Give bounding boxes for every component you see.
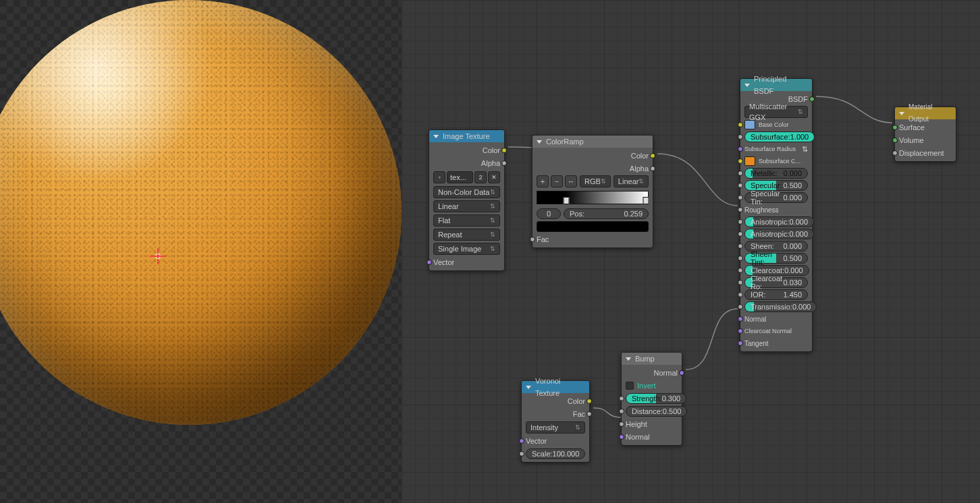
input-socket-ccnormal[interactable]	[738, 328, 743, 334]
metallic-field[interactable]: Metallic:0.000	[744, 168, 808, 179]
input-socket-ior[interactable]	[738, 292, 743, 297]
input-socket-volume[interactable]	[892, 138, 898, 143]
input-socket-sheen[interactable]	[738, 243, 743, 249]
image-datablock[interactable]: ▫ tex... 2 ✕	[433, 171, 500, 184]
anisotropic-field[interactable]: Anisotropic:0.000	[744, 216, 814, 227]
collapse-icon[interactable]	[526, 386, 531, 389]
strength-field[interactable]: Strength:0.300	[626, 393, 686, 404]
ramp-stop[interactable]	[563, 197, 569, 204]
ramp-mode-select[interactable]: Linear⇅	[614, 175, 649, 187]
output-socket-color[interactable]	[587, 398, 592, 404]
node-principled-bsdf[interactable]: Principled BSDF BSDF Multiscatter GGX⇅ B…	[740, 78, 813, 352]
input-socket-ccrough[interactable]	[738, 280, 743, 285]
collapse-icon[interactable]	[626, 357, 631, 361]
collapse-icon[interactable]	[433, 135, 439, 138]
node-title: ColorRamp	[546, 136, 584, 148]
input-socket-scale[interactable]	[519, 451, 524, 456]
output-socket-alpha[interactable]	[650, 166, 655, 171]
input-socket-subradius[interactable]	[738, 146, 743, 152]
viewport-3d[interactable]	[0, 0, 402, 503]
subsurface-field[interactable]: Subsurface:1.000	[744, 131, 815, 142]
node-header[interactable]: ColorRamp	[533, 136, 653, 148]
unlink-icon[interactable]: ✕	[488, 171, 500, 183]
node-colorramp[interactable]: ColorRamp Color Alpha +−↔ RGB⇅ Linear⇅ 0…	[532, 135, 653, 248]
stop-color-swatch[interactable]	[537, 221, 649, 232]
source-select[interactable]: Single Image⇅	[433, 243, 500, 255]
input-socket-vector[interactable]	[427, 260, 432, 265]
input-socket-strength[interactable]	[619, 396, 624, 401]
spectint-field[interactable]: Specular Tin:0.000	[744, 192, 808, 203]
input-socket-displacement[interactable]	[892, 150, 898, 156]
collapse-icon[interactable]	[537, 140, 542, 144]
output-socket-bsdf[interactable]	[809, 96, 815, 102]
input-socket-roughness[interactable]	[738, 207, 743, 212]
distance-field[interactable]: Distance:0.500	[626, 406, 687, 417]
input-socket-normal[interactable]	[619, 434, 624, 440]
input-socket-transmission[interactable]	[738, 304, 743, 309]
collapse-icon[interactable]	[744, 84, 750, 87]
chevron-down-icon: ⇅	[490, 229, 495, 240]
image-icon[interactable]: ▫	[433, 171, 445, 183]
input-socket-surface[interactable]	[892, 125, 898, 130]
subcolor-swatch[interactable]	[744, 156, 755, 166]
transmission-field[interactable]: Transmissio:0.000	[744, 301, 817, 312]
node-material-output[interactable]: Material Output Surface Volume Displacem…	[894, 107, 956, 162]
node-voronoi-texture[interactable]: Voronoi Texture Color Fac Intensity⇅ Vec…	[521, 380, 590, 463]
input-socket-anisotropic[interactable]	[738, 219, 743, 225]
output-socket-normal[interactable]	[679, 370, 684, 376]
input-socket-tangent[interactable]	[738, 341, 743, 346]
ramp-stop[interactable]	[643, 197, 649, 204]
interpolation-select[interactable]: Linear⇅	[433, 200, 500, 212]
node-image-texture[interactable]: Image Texture Color Alpha ▫ tex... 2 ✕ N…	[429, 129, 505, 271]
ramp-interp-select[interactable]: RGB⇅	[580, 175, 611, 187]
colorramp-gradient[interactable]	[537, 191, 649, 204]
input-socket-sheentint[interactable]	[738, 256, 743, 261]
image-name-field[interactable]: tex...	[447, 171, 473, 183]
invert-checkbox[interactable]	[626, 382, 634, 390]
node-bump[interactable]: Bump Normal Invert Strength:0.300 Distan…	[621, 352, 682, 446]
node-header[interactable]: Principled BSDF	[740, 79, 812, 91]
node-editor[interactable]: Image Texture Color Alpha ▫ tex... 2 ✕ N…	[402, 0, 980, 503]
input-socket-vector[interactable]	[519, 438, 524, 444]
remove-stop-button[interactable]: −	[551, 175, 563, 187]
add-stop-button[interactable]: +	[537, 175, 549, 187]
users-icon[interactable]: 2	[474, 171, 487, 183]
chevron-down-icon: ⇅	[490, 187, 495, 198]
basecolor-swatch[interactable]	[744, 120, 755, 129]
output-socket-alpha[interactable]	[501, 160, 507, 166]
input-socket-distance[interactable]	[619, 409, 624, 414]
input-socket-basecolor[interactable]	[738, 122, 743, 127]
coloring-select[interactable]: Intensity⇅	[526, 421, 585, 434]
projection-select[interactable]: Flat⇅	[433, 214, 500, 227]
input-socket-metallic[interactable]	[738, 171, 743, 176]
node-header[interactable]: Image Texture	[429, 130, 504, 142]
input-socket-normal[interactable]	[738, 316, 743, 322]
anirot-field[interactable]: Anisotropic:0.000	[744, 229, 814, 239]
ccrough-field[interactable]: Clearcoat Ro:0.030	[744, 277, 808, 288]
extension-select[interactable]: Repeat⇅	[433, 229, 500, 241]
output-socket-color[interactable]	[501, 148, 507, 153]
input-socket-subcolor[interactable]	[738, 158, 743, 164]
input-socket-spectint[interactable]	[738, 195, 743, 200]
output-socket-fac[interactable]	[587, 411, 592, 417]
output-socket-color[interactable]	[650, 153, 655, 158]
input-socket-anirot[interactable]	[738, 231, 743, 237]
input-socket-subsurface[interactable]	[738, 134, 743, 140]
input-socket-specular[interactable]	[738, 183, 743, 188]
socket-label: Clearcoat Normal	[744, 328, 792, 334]
distribution-select[interactable]: Multiscatter GGX⇅	[744, 106, 808, 118]
collapse-icon[interactable]	[899, 112, 904, 115]
node-header[interactable]: Voronoi Texture	[522, 381, 589, 393]
sheentint-field[interactable]: Sheen Tint:0.500	[744, 253, 808, 264]
ior-field[interactable]: IOR:1.450	[744, 289, 808, 300]
node-header[interactable]: Material Output	[895, 107, 956, 119]
stop-position[interactable]: Pos:0.259	[564, 208, 649, 219]
scale-field[interactable]: Scale:100.000	[526, 448, 585, 459]
flip-button[interactable]: ↔	[565, 175, 577, 187]
colorspace-select[interactable]: Non-Color Data⇅	[433, 186, 500, 198]
node-header[interactable]: Bump	[622, 353, 682, 365]
input-socket-fac[interactable]	[530, 237, 535, 242]
input-socket-clearcoat[interactable]	[738, 268, 743, 273]
stop-index[interactable]: 0	[537, 208, 561, 219]
input-socket-height[interactable]	[619, 421, 624, 427]
